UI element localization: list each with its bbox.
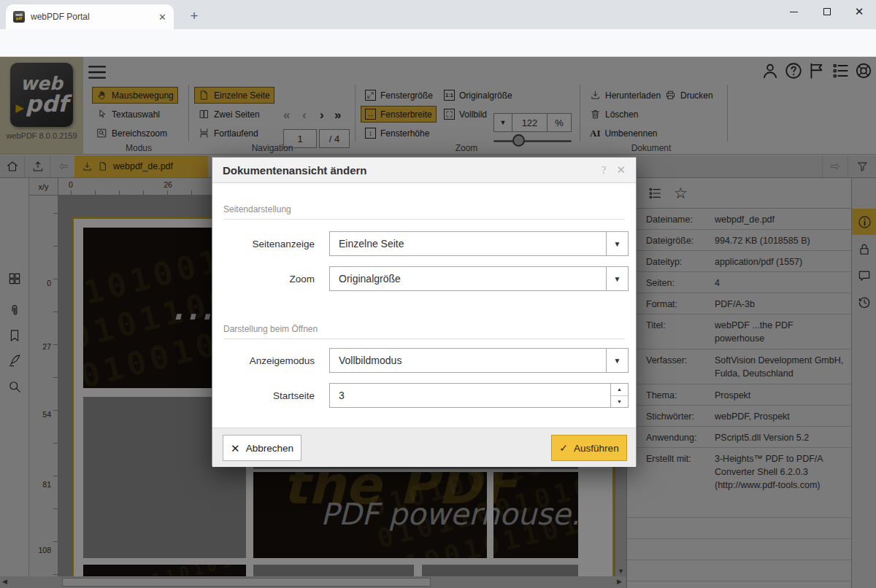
dropdown-button[interactable]: ▼ xyxy=(606,267,628,290)
select-value: Vollbildmodus xyxy=(330,355,606,366)
seitenanzeige-select[interactable]: Einzelne Seite ▼ xyxy=(329,231,629,256)
section-divider xyxy=(223,339,625,339)
startseite-number-field[interactable]: ▲ ▼ xyxy=(329,383,629,408)
dialog-help-icon[interactable]: ? xyxy=(602,164,607,177)
new-tab-button[interactable]: + xyxy=(184,6,204,26)
browser-tab[interactable]: webpdf webPDF Portal ✕ xyxy=(6,4,174,29)
screen: webpdf webPDF Portal ✕ + ✕ ← → ⟳ i local… xyxy=(0,0,876,588)
zoom-select[interactable]: Originalgröße ▼ xyxy=(329,266,629,291)
dialog-close-icon[interactable]: ✕ xyxy=(616,163,626,177)
field-row-startseite: Startseite ▲ ▼ xyxy=(212,383,636,408)
dialog-footer: ✕ Abbrechen ✓ Ausführen xyxy=(212,428,636,467)
spinner-up-icon[interactable]: ▲ xyxy=(611,384,628,396)
dialog-title: Dokumentenansicht ändern xyxy=(223,164,602,177)
anzeigemodus-select[interactable]: Vollbildmodus ▼ xyxy=(329,348,629,373)
number-spinner: ▲ ▼ xyxy=(610,384,628,407)
dialog-header: Dokumentenansicht ändern ? ✕ xyxy=(212,158,636,183)
confirm-button[interactable]: ✓ Ausführen xyxy=(551,435,627,461)
field-label: Anzeigemodus xyxy=(223,348,315,373)
cancel-label: Abbrechen xyxy=(246,443,293,454)
browser-addressbar: ← → ⟳ i localhost:8080/webPDF/ ★ ⋮ xyxy=(0,29,876,57)
confirm-label: Ausführen xyxy=(574,443,619,454)
browser-tab-title: webPDF Portal xyxy=(31,12,153,22)
section-label-open-display: Darstellung beim Öffnen xyxy=(223,324,318,334)
field-row-anzeigemodus: Anzeigemodus Vollbildmodus ▼ xyxy=(212,348,636,373)
window-maximize-button[interactable] xyxy=(810,0,844,23)
field-label: Zoom xyxy=(223,266,315,291)
window-close-button[interactable]: ✕ xyxy=(842,0,876,23)
spinner-down-icon[interactable]: ▼ xyxy=(611,396,628,408)
confirm-check-icon: ✓ xyxy=(559,443,568,453)
field-row-zoom: Zoom Originalgröße ▼ xyxy=(212,266,636,291)
webpdf-favicon: webpdf xyxy=(13,11,25,23)
section-label-page-display: Seitendarstellung xyxy=(223,204,291,214)
dropdown-button[interactable]: ▼ xyxy=(606,232,628,255)
cancel-x-icon: ✕ xyxy=(231,443,240,454)
field-label: Startseite xyxy=(223,383,315,408)
select-value: Originalgröße xyxy=(330,273,606,285)
startseite-input[interactable] xyxy=(330,389,610,402)
section-divider xyxy=(223,219,625,220)
document-view-dialog: Dokumentenansicht ändern ? ✕ Seitendarst… xyxy=(212,157,637,466)
select-value: Einzelne Seite xyxy=(330,238,606,249)
field-label: Seitenanzeige xyxy=(223,231,315,256)
tab-close-icon[interactable]: ✕ xyxy=(158,12,166,23)
browser-tabstrip: webpdf webPDF Portal ✕ + ✕ xyxy=(0,0,876,29)
field-row-seitenanzeige: Seitenanzeige Einzelne Seite ▼ xyxy=(212,231,636,256)
window-minimize-button[interactable] xyxy=(777,0,810,23)
cancel-button[interactable]: ✕ Abbrechen xyxy=(223,435,301,461)
dropdown-button[interactable]: ▼ xyxy=(606,349,628,372)
